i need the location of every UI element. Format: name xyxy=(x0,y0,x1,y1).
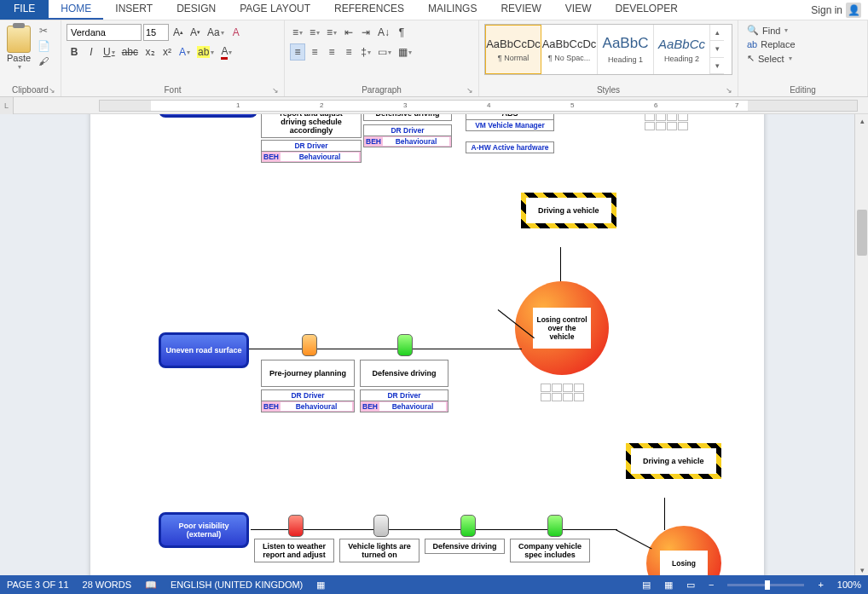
signin-button[interactable]: Sign in 👤 xyxy=(804,0,868,20)
vertical-scrollbar[interactable]: ▴ ▾ xyxy=(854,114,868,577)
tab-mailings[interactable]: MAILINGS xyxy=(416,0,489,20)
paste-icon xyxy=(7,26,31,53)
find-button[interactable]: 🔍Find▾ xyxy=(744,24,862,37)
view-web-icon[interactable]: ▭ xyxy=(686,580,695,591)
align-right-button[interactable]: ≡ xyxy=(324,43,339,61)
bold-button[interactable]: B xyxy=(67,43,82,61)
word-count[interactable]: 28 WORDS xyxy=(83,580,131,590)
bullets-button[interactable]: ≡▾ xyxy=(290,24,305,41)
dialog-launcher-icon[interactable]: ↘ xyxy=(272,86,281,95)
horizontal-ruler[interactable]: 1 2 3 4 5 6 7 xyxy=(99,100,858,112)
cursor-icon: ↖ xyxy=(747,53,755,64)
subscript-button[interactable]: x₂ xyxy=(142,43,158,61)
superscript-button[interactable]: x² xyxy=(159,43,175,61)
align-left-button[interactable]: ≡ xyxy=(290,43,305,61)
file-tab[interactable]: FILE xyxy=(0,0,49,20)
pill-icon xyxy=(373,515,389,537)
font-name-select[interactable] xyxy=(67,24,142,41)
cut-button[interactable]: ✂ xyxy=(36,24,51,37)
tab-insert[interactable]: INSERT xyxy=(103,0,165,20)
ruler-corner[interactable]: L xyxy=(0,97,14,114)
diagram-risk-circle: Losing control over the vehicle xyxy=(515,281,609,375)
multilevel-list-button[interactable]: ≡▾ xyxy=(324,24,339,41)
replace-button[interactable]: abReplace xyxy=(744,38,862,50)
macro-icon[interactable]: ▦ xyxy=(316,580,325,591)
sort-button[interactable]: A↓ xyxy=(375,24,392,41)
zoom-out-button[interactable]: − xyxy=(709,580,714,590)
paste-label: Paste xyxy=(7,53,31,63)
highlight-button[interactable]: ab▾ xyxy=(194,43,217,61)
style-name-label: Heading 1 xyxy=(608,55,643,64)
font-size-select[interactable] xyxy=(143,24,169,41)
search-icon: 🔍 xyxy=(747,25,759,36)
group-label: Editing xyxy=(744,84,862,95)
style-heading2[interactable]: AaBbCc Heading 2 xyxy=(654,25,710,74)
view-print-icon[interactable]: ▦ xyxy=(664,580,673,591)
paste-button[interactable]: Paste ▾ xyxy=(5,24,32,72)
zoom-level[interactable]: 100% xyxy=(837,580,861,590)
view-read-icon[interactable]: ▤ xyxy=(642,580,651,591)
tab-references[interactable]: REFERENCES xyxy=(322,0,416,20)
diagram-box: Defensive driving xyxy=(363,114,452,121)
page-indicator[interactable]: PAGE 3 OF 11 xyxy=(7,580,69,590)
increase-indent-button[interactable]: ⇥ xyxy=(358,24,373,41)
strikethrough-button[interactable]: abc xyxy=(119,43,141,61)
menubar: FILE HOME INSERT DESIGN PAGE LAYOUT REFE… xyxy=(0,0,868,20)
underline-button[interactable]: U▾ xyxy=(101,43,118,61)
dialog-launcher-icon[interactable]: ↘ xyxy=(49,86,57,95)
tab-view[interactable]: VIEW xyxy=(553,0,604,20)
page-canvas[interactable]: report and adjust driving schedule accor… xyxy=(90,114,764,577)
zoom-slider-thumb[interactable] xyxy=(765,580,770,590)
diagram-box: Listen to weather report and adjust xyxy=(254,539,334,562)
change-case-button[interactable]: Aa▾ xyxy=(205,24,227,41)
copy-button[interactable]: 📄 xyxy=(36,39,51,53)
select-button[interactable]: ↖Select▾ xyxy=(744,52,862,65)
style-heading1[interactable]: AaBbC Heading 1 xyxy=(598,25,654,74)
shading-button[interactable]: ▭▾ xyxy=(375,43,394,61)
decrease-indent-button[interactable]: ⇤ xyxy=(341,24,356,41)
shrink-font-button[interactable]: A▾ xyxy=(188,24,203,41)
dialog-launcher-icon[interactable]: ↘ xyxy=(726,86,734,95)
style-name-label: Heading 2 xyxy=(664,55,699,63)
style-normal[interactable]: AaBbCcDc ¶ Normal xyxy=(485,25,541,74)
italic-button[interactable]: I xyxy=(84,43,99,61)
spellcheck-icon[interactable]: 📖 xyxy=(145,580,157,591)
align-center-button[interactable]: ≡ xyxy=(307,43,322,61)
clear-formatting-button[interactable]: A xyxy=(229,24,244,41)
zoom-in-button[interactable]: + xyxy=(818,580,823,590)
format-painter-button[interactable]: 🖌 xyxy=(36,55,51,68)
connector-line xyxy=(664,498,665,530)
line-spacing-button[interactable]: ‡▾ xyxy=(358,43,373,61)
text-effects-button[interactable]: A▾ xyxy=(176,43,193,61)
language-indicator[interactable]: ENGLISH (UNITED KINGDOM) xyxy=(171,580,303,590)
diagram-role: DR Driver xyxy=(261,140,362,152)
replace-icon: ab xyxy=(747,39,757,49)
styles-scroll-down[interactable]: ▾ xyxy=(710,41,724,57)
ribbon: Paste ▾ ✂ 📄 🖌 Clipboard ↘ A▴ A▾ Aa▾ A xyxy=(0,20,868,97)
tab-design[interactable]: DESIGN xyxy=(165,0,228,20)
borders-button[interactable]: ▦▾ xyxy=(396,43,414,61)
zoom-slider[interactable] xyxy=(727,584,804,586)
tab-home[interactable]: HOME xyxy=(49,0,103,20)
tab-developer[interactable]: DEVELOPER xyxy=(603,0,689,20)
styles-scroll-up[interactable]: ▴ xyxy=(710,25,724,41)
diagram-box: Defensive driving xyxy=(360,360,448,387)
diagram-bluebox xyxy=(159,114,258,118)
ribbon-group-styles: AaBbCcDc ¶ Normal AaBbCcDc ¶ No Spac... … xyxy=(479,20,738,96)
style-no-spacing[interactable]: AaBbCcDc ¶ No Spac... xyxy=(541,25,598,74)
style-preview: AaBbCc xyxy=(658,37,705,51)
grow-font-button[interactable]: A▴ xyxy=(171,24,186,41)
styles-expand[interactable]: ▾ xyxy=(710,58,724,74)
dialog-launcher-icon[interactable]: ↘ xyxy=(466,86,475,95)
ribbon-group-clipboard: Paste ▾ ✂ 📄 🖌 Clipboard ↘ xyxy=(0,20,61,96)
scroll-up-icon[interactable]: ▴ xyxy=(855,114,868,128)
numbering-button[interactable]: ≡▾ xyxy=(307,24,322,41)
diagram-beh: BEHBehavioural xyxy=(261,401,355,412)
show-marks-button[interactable]: ¶ xyxy=(394,24,409,41)
grid-icon xyxy=(645,114,688,130)
tab-review[interactable]: REVIEW xyxy=(489,0,553,20)
justify-button[interactable]: ≡ xyxy=(341,43,356,61)
tab-page-layout[interactable]: PAGE LAYOUT xyxy=(228,0,322,20)
font-color-button[interactable]: A▾ xyxy=(218,43,234,61)
scrollbar-thumb[interactable] xyxy=(857,210,867,256)
